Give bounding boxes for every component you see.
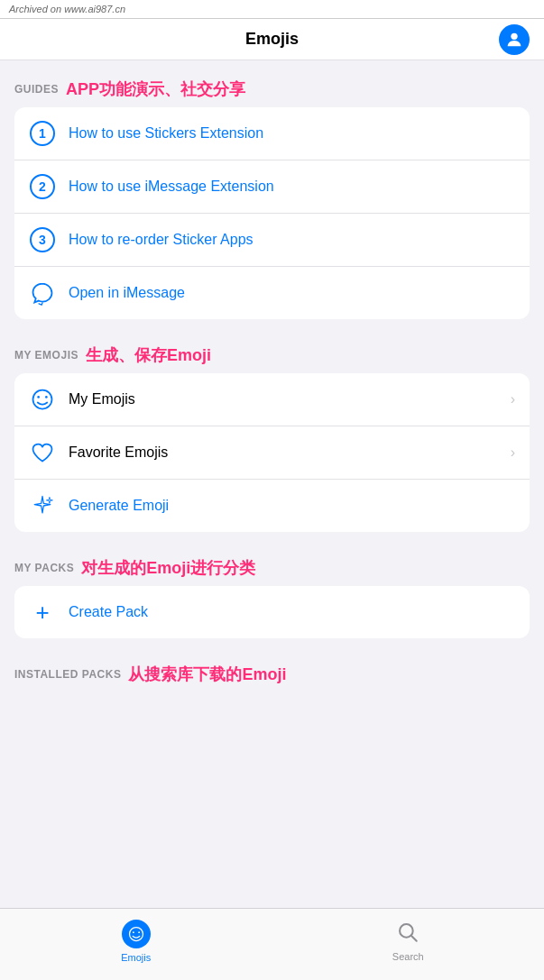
my-emojis-annotation: 生成、保存Emoji: [86, 344, 211, 366]
svg-point-4: [129, 927, 143, 940]
my-emojis-section-header: MY EMOJIS 生成、保存Emoji: [14, 344, 530, 366]
nav-title: Emojis: [245, 30, 299, 49]
archive-banner: Archived on www.ai987.cn: [0, 0, 544, 19]
guides-section-header: GUIDES APP功能演示、社交分享: [14, 78, 530, 100]
nav-bar: Emojis: [0, 19, 544, 60]
number-3-icon: 3: [29, 226, 56, 253]
open-imessage-item[interactable]: Open in iMessage: [14, 267, 530, 319]
my-packs-annotation: 对生成的Emoji进行分类: [81, 557, 255, 579]
guide-item-3[interactable]: 3 How to re-order Sticker Apps: [14, 214, 530, 267]
svg-line-8: [411, 936, 417, 941]
heart-icon: [29, 439, 56, 466]
my-packs-section-header: MY PACKS 对生成的Emoji进行分类: [14, 557, 530, 579]
number-2-icon: 2: [29, 173, 56, 200]
guide-item-2[interactable]: 2 How to use iMessage Extension: [14, 160, 530, 214]
emojis-tab-icon: [122, 920, 151, 948]
guide-1-text: How to use Stickers Extension: [69, 125, 515, 142]
smiley-icon: [29, 386, 56, 413]
my-emojis-card: My Emojis › Favorite Emojis › Generate E…: [14, 373, 530, 532]
create-pack-text: Create Pack: [69, 604, 515, 620]
svg-point-6: [138, 931, 140, 933]
open-imessage-text: Open in iMessage: [69, 285, 515, 301]
installed-packs-label: INSTALLED PACKS: [14, 668, 121, 681]
search-tab-icon: [396, 920, 420, 948]
guides-card: 1 How to use Stickers Extension 2 How to…: [14, 107, 530, 319]
guide-item-1[interactable]: 1 How to use Stickers Extension: [14, 107, 530, 160]
sparkle-icon: [29, 492, 56, 519]
my-emojis-text: My Emojis: [69, 391, 498, 408]
my-emojis-label: MY EMOJIS: [14, 349, 78, 362]
my-packs-label: MY PACKS: [14, 562, 74, 574]
generate-emoji-item[interactable]: Generate Emoji: [14, 480, 530, 532]
main-content: GUIDES APP功能演示、社交分享 1 How to use Sticker…: [0, 60, 544, 757]
generate-emoji-text: Generate Emoji: [69, 498, 515, 514]
my-emojis-item[interactable]: My Emojis ›: [14, 373, 530, 426]
guides-annotation: APP功能演示、社交分享: [66, 78, 245, 100]
profile-button[interactable]: [499, 24, 530, 55]
svg-point-2: [37, 396, 40, 398]
number-1-icon: 1: [29, 120, 56, 147]
guide-2-text: How to use iMessage Extension: [69, 179, 515, 195]
chevron-icon: ›: [511, 391, 515, 408]
emojis-tab-label: Emojis: [121, 952, 151, 963]
installed-packs-section-header: INSTALLED PACKS 从搜索库下载的Emoji: [14, 664, 530, 685]
search-tab-label: Search: [392, 951, 424, 962]
favorite-emojis-item[interactable]: Favorite Emojis ›: [14, 426, 530, 480]
plus-icon: +: [29, 599, 56, 626]
bubble-icon: [29, 279, 56, 307]
my-packs-card: + Create Pack: [14, 586, 530, 638]
tab-emojis[interactable]: Emojis: [0, 920, 272, 970]
guides-label: GUIDES: [14, 83, 59, 96]
guide-3-text: How to re-order Sticker Apps: [69, 232, 515, 248]
tab-search[interactable]: Search: [272, 920, 545, 969]
favorite-emojis-text: Favorite Emojis: [69, 444, 498, 461]
installed-packs-annotation: 从搜索库下载的Emoji: [128, 664, 286, 685]
svg-point-0: [511, 32, 517, 39]
svg-point-5: [133, 931, 134, 933]
svg-point-1: [33, 390, 52, 409]
svg-point-3: [45, 396, 48, 398]
tab-bar: Emojis Search: [0, 908, 544, 980]
create-pack-item[interactable]: + Create Pack: [14, 586, 530, 638]
chevron-icon-2: ›: [511, 444, 515, 461]
